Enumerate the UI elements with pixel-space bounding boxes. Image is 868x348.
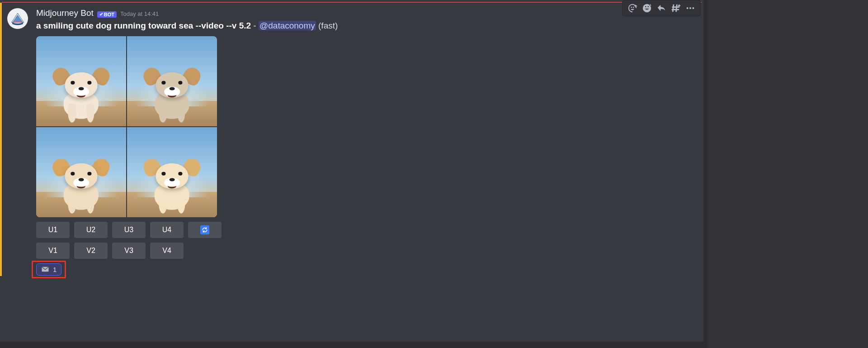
reaction-count: 1: [53, 266, 57, 273]
message-header: Midjourney Bot ✔ BOT Today at 14:41: [36, 8, 696, 18]
upscale-row: U1 U2 U3 U4: [36, 222, 696, 238]
super-reaction-icon[interactable]: [641, 2, 653, 14]
separator: -: [253, 21, 256, 30]
image-grid[interactable]: [36, 36, 217, 217]
v4-button[interactable]: V4: [150, 243, 184, 259]
envelope-reaction[interactable]: 1: [36, 263, 61, 276]
create-thread-icon[interactable]: [670, 2, 682, 14]
bot-tag: ✔ BOT: [97, 11, 117, 18]
message: Midjourney Bot ✔ BOT Today at 14:41 a sm…: [7, 8, 696, 276]
mode-text: (fast): [318, 21, 338, 30]
new-message-divider: [2, 2, 702, 3]
footer-bar: [0, 342, 707, 348]
u3-button[interactable]: U3: [112, 222, 146, 238]
members-sidebar-placeholder: [707, 0, 868, 348]
v3-button[interactable]: V3: [112, 243, 146, 259]
message-content: a smiling cute dog running toward sea --…: [36, 20, 696, 32]
svg-point-0: [687, 7, 689, 9]
reroll-button[interactable]: [188, 222, 222, 238]
image-tile-1[interactable]: [36, 36, 126, 126]
user-mention[interactable]: @dataconomy: [259, 21, 316, 30]
image-tile-2[interactable]: [127, 36, 217, 126]
scrollbar[interactable]: [703, 0, 707, 348]
add-reaction-icon[interactable]: [626, 2, 639, 14]
u1-button[interactable]: U1: [36, 222, 70, 238]
variation-row: V1 V2 V3 V4: [36, 243, 696, 259]
timestamp: Today at 14:41: [120, 10, 159, 17]
bot-tag-label: BOT: [104, 12, 114, 17]
author-name[interactable]: Midjourney Bot: [36, 8, 94, 18]
prompt-text: a smiling cute dog running toward sea --…: [36, 21, 251, 30]
u4-button[interactable]: U4: [150, 222, 184, 238]
avatar[interactable]: [7, 8, 28, 29]
u2-button[interactable]: U2: [74, 222, 108, 238]
v2-button[interactable]: V2: [74, 243, 108, 259]
reply-icon[interactable]: [655, 2, 668, 14]
verified-check-icon: ✔: [99, 12, 103, 17]
mention-indicator-bar: [0, 3, 2, 276]
message-hover-toolbar: [622, 0, 701, 16]
refresh-icon: [200, 225, 209, 234]
more-icon[interactable]: [684, 2, 697, 14]
svg-point-1: [689, 7, 691, 9]
image-tile-3[interactable]: [36, 127, 126, 217]
envelope-icon: [41, 266, 49, 272]
svg-point-2: [692, 7, 694, 9]
reaction-wrap: 1: [36, 263, 61, 276]
image-tile-4[interactable]: [127, 127, 217, 217]
v1-button[interactable]: V1: [36, 243, 70, 259]
